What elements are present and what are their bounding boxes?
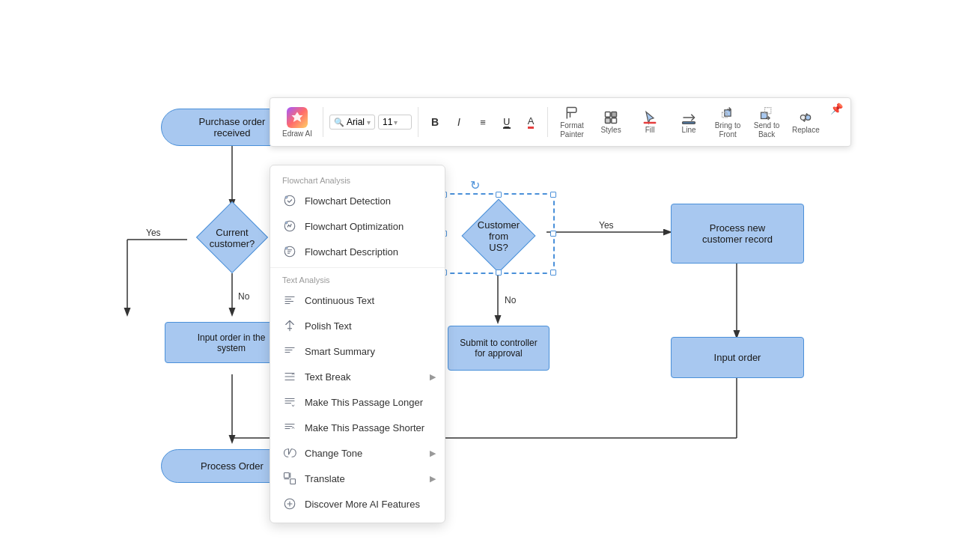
svg-point-28 <box>285 196 287 198</box>
bring-to-front-button[interactable]: Bring toFront <box>710 103 746 141</box>
format-painter-label: FormatPainter <box>560 121 584 139</box>
svg-rect-33 <box>284 473 290 478</box>
menu-item-discover-more[interactable]: Discover More AI Features <box>270 491 445 517</box>
node-input-order[interactable]: Input order <box>671 337 804 378</box>
svg-rect-14 <box>606 112 611 118</box>
svg-point-32 <box>285 247 287 249</box>
flowchart-detection-icon <box>282 193 297 208</box>
underline-button[interactable]: U̲ <box>496 112 517 133</box>
send-to-back-button[interactable]: Send toBack <box>749 103 785 141</box>
menu-item-smart-summary[interactable]: Smart Summary <box>270 338 445 364</box>
selection-box <box>442 193 555 274</box>
font-color-button[interactable]: A <box>520 112 541 133</box>
svg-rect-16 <box>606 118 611 124</box>
replace-label: Replace <box>792 126 820 135</box>
change-tone-icon <box>282 445 297 460</box>
polish-text-icon <box>282 318 297 333</box>
bring-to-front-label: Bring toFront <box>715 121 740 139</box>
polish-text-label: Polish Text <box>305 320 352 332</box>
flowchart-detection-label: Flowchart Detection <box>305 195 391 207</box>
fill-button[interactable]: Fill <box>632 107 668 137</box>
line-label: Line <box>682 126 696 135</box>
text-break-label: Text Break <box>305 371 350 383</box>
edraw-ai-button[interactable]: Edraw AI <box>278 105 317 140</box>
translate-icon <box>282 471 297 486</box>
continuous-text-label: Continuous Text <box>305 295 374 306</box>
search-icon: 🔍 <box>334 118 344 127</box>
align-button[interactable]: ≡ <box>472 112 493 133</box>
fill-label: Fill <box>645 126 655 135</box>
replace-button[interactable]: Replace <box>788 107 824 137</box>
menu-item-flowchart-detection[interactable]: Flowchart Detection <box>270 188 445 213</box>
line-button[interactable]: Line <box>671 107 707 137</box>
svg-point-25 <box>801 115 806 121</box>
menu-item-text-break[interactable]: Text Break ▶ <box>270 364 445 389</box>
node-submit-controller[interactable]: Submit to controllerfor approval <box>448 326 550 371</box>
svg-text:No: No <box>505 295 517 305</box>
svg-point-30 <box>285 222 287 224</box>
format-painter-button[interactable]: FormatPainter <box>554 103 590 141</box>
font-family-value: Arial <box>347 117 365 127</box>
svg-rect-15 <box>612 112 617 118</box>
chevron-down-icon: ▾ <box>367 118 371 127</box>
italic-button[interactable]: I <box>448 112 469 133</box>
menu-item-make-longer[interactable]: Make This Passage Longer <box>270 389 445 415</box>
translate-arrow: ▶ <box>430 474 436 484</box>
font-size-select[interactable]: 11 ▾ <box>378 115 412 130</box>
svg-rect-18 <box>644 122 657 124</box>
change-tone-label: Change Tone <box>305 448 362 459</box>
send-to-back-label: Send toBack <box>754 121 779 139</box>
format-painter-icon <box>564 105 580 121</box>
styles-icon <box>603 109 619 126</box>
toolbar: Edraw AI 🔍 Arial ▾ 11 ▾ B I ≡ U̲ A <box>270 97 851 147</box>
styles-label: Styles <box>600 126 621 135</box>
line-icon <box>681 109 697 126</box>
menu-item-continuous-text[interactable]: Continuous Text <box>270 287 445 313</box>
flowchart-optimization-icon <box>282 219 297 234</box>
menu-item-polish-text[interactable]: Polish Text <box>270 313 445 338</box>
discover-more-label: Discover More AI Features <box>305 499 420 510</box>
text-analysis-title: Text Analysis <box>270 271 445 287</box>
edraw-ai-label: Edraw AI <box>282 130 312 138</box>
continuous-text-icon <box>282 293 297 308</box>
canvas: Yes No Yes No Purchase orderreceived Cur… <box>0 0 962 560</box>
svg-text:No: No <box>238 291 250 302</box>
font-family-select[interactable]: 🔍 Arial ▾ <box>329 115 375 130</box>
divider-3 <box>547 107 548 137</box>
svg-text:Yes: Yes <box>146 228 161 238</box>
dropdown-menu: Flowchart Analysis Flowchart Detection F… <box>270 165 445 523</box>
svg-rect-34 <box>290 479 296 484</box>
flowchart-optimization-label: Flowchart Optimization <box>305 221 404 232</box>
text-break-arrow: ▶ <box>430 372 436 382</box>
svg-rect-17 <box>612 118 617 124</box>
menu-item-flowchart-optimization[interactable]: Flowchart Optimization <box>270 213 445 239</box>
send-to-back-icon <box>758 105 775 121</box>
font-size-value: 11 <box>383 117 392 127</box>
make-shorter-icon <box>282 420 297 435</box>
menu-item-translate[interactable]: Translate ▶ <box>270 466 445 491</box>
menu-item-flowchart-description[interactable]: Flowchart Description <box>270 239 445 264</box>
make-longer-label: Make This Passage Longer <box>305 397 423 408</box>
text-break-icon <box>282 369 297 384</box>
pin-icon[interactable]: 📌 <box>830 103 843 115</box>
fill-icon <box>642 109 658 126</box>
translate-label: Translate <box>305 473 345 484</box>
styles-button[interactable]: Styles <box>593 107 629 137</box>
flowchart-analysis-title: Flowchart Analysis <box>270 171 445 188</box>
node-current-customer[interactable]: Currentcustomer? <box>180 202 284 273</box>
divider-2 <box>418 107 418 137</box>
menu-item-make-shorter[interactable]: Make This Passage Shorter <box>270 415 445 440</box>
smart-summary-icon <box>282 344 297 359</box>
svg-rect-20 <box>683 122 695 124</box>
node-process-new-customer[interactable]: Process newcustomer record <box>671 204 804 264</box>
smart-summary-label: Smart Summary <box>305 346 375 357</box>
flowchart-description-label: Flowchart Description <box>305 246 398 258</box>
edraw-ai-logo <box>287 107 308 128</box>
svg-text:Yes: Yes <box>599 220 614 231</box>
refresh-icon[interactable]: ↻ <box>470 178 480 192</box>
menu-item-change-tone[interactable]: Change Tone ▶ <box>270 440 445 466</box>
change-tone-arrow: ▶ <box>430 448 436 458</box>
replace-icon <box>797 109 814 126</box>
divider-1 <box>323 107 323 137</box>
bold-button[interactable]: B <box>424 112 445 133</box>
